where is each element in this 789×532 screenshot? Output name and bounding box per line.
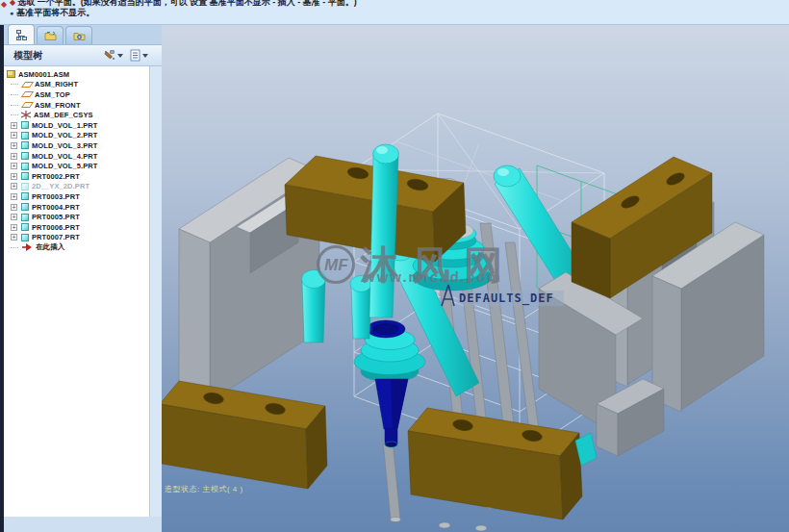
tree-item-part[interactable]: MOLD_VOL_2.PRT: [4, 131, 149, 141]
model-tree-icon: [15, 29, 28, 41]
display-list-icon: [130, 49, 140, 62]
part-icon: [21, 203, 29, 211]
settings-icon: [103, 49, 115, 62]
expand-icon[interactable]: [11, 122, 17, 129]
3d-scene: [162, 25, 789, 532]
message-line-2: ●基准平面将不显示。: [0, 8, 789, 18]
tree-connector: [11, 247, 18, 248]
part-icon: [21, 192, 29, 200]
chevron-down-icon: [117, 54, 123, 58]
expand-icon[interactable]: [11, 173, 17, 180]
part-icon: [21, 183, 29, 190]
tree-scrollbar[interactable]: [150, 66, 162, 517]
favorites-folder-icon: [73, 30, 86, 41]
tree-item-part[interactable]: MOLD_VOL_1.PRT: [4, 120, 149, 131]
graphics-viewport[interactable]: MF 沐风网 www.mfcad.com DEFAULTS_DEF 造型状态: …: [162, 25, 789, 532]
expand-icon[interactable]: [11, 142, 17, 149]
pin-tips-front: [439, 522, 487, 531]
expand-icon[interactable]: [11, 163, 17, 169]
expand-icon[interactable]: [11, 153, 17, 160]
tree-item-datum[interactable]: ASM_RIGHT: [4, 80, 149, 90]
tree-connector: [11, 94, 18, 95]
tree-item-csys[interactable]: ASM_DEF_CSYS: [4, 110, 149, 120]
info-bullet-icon: ●: [10, 10, 13, 16]
part-icon: [21, 152, 29, 160]
tree-item-assembly[interactable]: ASM0001.ASM: [4, 69, 149, 80]
part-icon: [21, 214, 29, 221]
csys-icon: [21, 111, 31, 119]
expand-icon[interactable]: [11, 234, 17, 241]
tree-connector: [11, 105, 18, 106]
expand-icon[interactable]: [11, 193, 17, 200]
model-tree-header: 模型树: [4, 45, 162, 66]
prompt-diamond-icon: ◆: [10, 0, 15, 7]
tree-item-datum[interactable]: ASM_TOP: [4, 89, 149, 100]
tree-item-part[interactable]: MOLD_VOL_4.PRT: [4, 151, 149, 162]
tab-folder-browser[interactable]: [37, 26, 64, 44]
tree-display-button[interactable]: [130, 49, 148, 62]
tree-connector: [11, 114, 18, 115]
model-tree: ASM0001.ASM ASM_RIGHT ASM_TOP ASM_FRONT: [4, 66, 150, 517]
tree-item-insert-here[interactable]: 在此插入: [4, 242, 149, 253]
tree-item-part[interactable]: MOLD_VOL_5.PRT: [4, 161, 149, 171]
csys-axes-icon: [439, 283, 458, 308]
message-bar: ◆选取 一个平面。(如果没有适当的平面，可以 设置 基准平面不显示 - 插入 -…: [0, 0, 789, 25]
brown-plate-lower-center: [408, 408, 582, 519]
navigator-tabstrip: [4, 25, 162, 45]
tab-model-tree[interactable]: [8, 24, 35, 44]
expand-icon[interactable]: [11, 183, 17, 190]
application-window: ◆选取 一个平面。(如果没有适当的平面，可以 设置 基准平面不显示 - 插入 -…: [0, 0, 789, 532]
csys-label-text: DEFAULTS_DEF: [459, 291, 554, 305]
datum-plane-icon: [21, 91, 34, 97]
tree-item-part[interactable]: PRT0007.PRT: [4, 233, 149, 243]
part-icon: [21, 163, 29, 170]
tree-item-part-suppressed[interactable]: 2D__YX_2D.PRT: [4, 182, 149, 192]
expand-icon[interactable]: [11, 224, 17, 231]
tree-item-part[interactable]: PRT0005.PRT: [4, 212, 149, 222]
tab-favorites[interactable]: [65, 26, 92, 44]
datum-plane-icon: [21, 102, 34, 108]
part-icon: [21, 172, 29, 180]
cyan-leader-pin-tall: [369, 144, 399, 317]
expand-icon[interactable]: [11, 214, 17, 220]
expand-icon[interactable]: [11, 204, 17, 211]
brown-plate-lower-left: [162, 381, 327, 489]
assembly-icon: [7, 70, 15, 78]
part-icon: [21, 223, 29, 231]
tree-connector: [11, 84, 18, 85]
navigator-panel: 模型树: [4, 25, 162, 532]
tree-item-part[interactable]: PRT0003.PRT: [4, 191, 149, 202]
corner-icon: ◆: [1, 0, 7, 9]
csys-annotation[interactable]: DEFAULTS_DEF: [439, 283, 612, 308]
tree-item-part[interactable]: PRT0006.PRT: [4, 222, 149, 233]
part-icon: [21, 132, 29, 139]
part-icon: [21, 121, 29, 129]
cyan-pins-lower-left: [302, 270, 372, 343]
part-icon: [21, 141, 29, 149]
folder-browser-icon: [44, 30, 57, 41]
tree-item-part[interactable]: MOLD_VOL_3.PRT: [4, 140, 149, 151]
tree-item-part[interactable]: PRT0002.PRT: [4, 171, 149, 182]
panel-title: 模型树: [13, 49, 42, 63]
part-icon: [21, 234, 29, 241]
datum-plane-icon: [21, 82, 34, 88]
tree-item-datum[interactable]: ASM_FRONT: [4, 100, 149, 111]
chevron-down-icon: [142, 54, 148, 58]
viewport-status-text: 造型状态: 主模式( 4 ): [165, 484, 243, 494]
panel-bottom-strip: [4, 517, 162, 532]
message-line-1: ◆选取 一个平面。(如果没有适当的平面，可以 设置 基准平面不显示 - 插入 -…: [0, 0, 789, 8]
expand-icon[interactable]: [11, 132, 17, 139]
insert-here-icon: [21, 242, 33, 252]
tree-settings-button[interactable]: [103, 49, 123, 62]
tree-item-part[interactable]: PRT0004.PRT: [4, 202, 149, 213]
